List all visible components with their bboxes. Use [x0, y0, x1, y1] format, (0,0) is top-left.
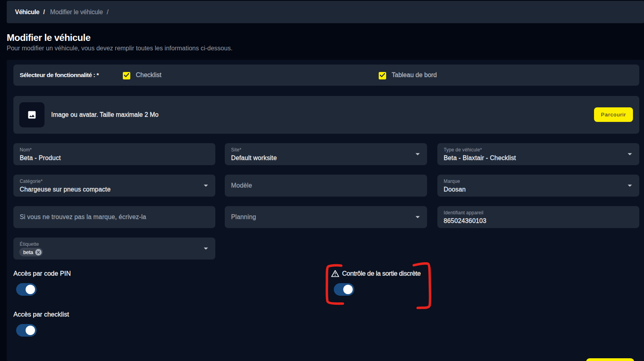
toggle-checklist[interactable] — [16, 324, 37, 337]
chevron-down-icon[interactable] — [204, 247, 208, 250]
field-nom-label: Nom* — [20, 147, 209, 153]
field-identifiant-appareil-label: Identifiant appareil — [444, 210, 633, 215]
field-categorie[interactable]: Catégorie* Chargeuse sur pneus compacte — [13, 175, 215, 197]
breadcrumb-separator: / — [107, 9, 108, 16]
checkbox-tableau-de-bord-label[interactable]: Tableau de bord — [392, 64, 437, 86]
remove-tag-icon[interactable] — [35, 249, 42, 256]
field-marque-value: Doosan — [444, 186, 633, 193]
chevron-down-icon[interactable] — [627, 184, 632, 187]
field-planning-placeholder: Planning — [231, 206, 421, 228]
field-marque-libre-placeholder: Si vous ne trouvez pas la marque, écrive… — [20, 206, 209, 228]
breadcrumb-item-vehicule[interactable]: Véhicule — [15, 9, 39, 16]
field-nom-value: Beta - Product — [20, 154, 209, 162]
toggle-checklist-label: Accès par checklist — [13, 311, 69, 318]
browse-button[interactable]: Parcourir — [594, 107, 633, 122]
feature-selector-label: Sélecteur de fonctionnalité : * — [20, 64, 99, 86]
field-categorie-label: Catégorie* — [20, 179, 209, 184]
field-type-vehicule-label: Type de véhicule* — [444, 147, 633, 153]
feature-selector-card: Sélecteur de fonctionnalité : * Checklis… — [13, 64, 639, 86]
chevron-down-icon[interactable] — [627, 153, 632, 155]
image-upload-card: Image ou avatar. Taille maximale 2 Mo Pa… — [13, 96, 639, 134]
upload-hint: Image ou avatar. Taille maximale 2 Mo — [51, 96, 159, 134]
check-icon — [380, 73, 385, 77]
breadcrumb-item-modifier[interactable]: Modifier le véhicule — [50, 9, 103, 16]
field-planning[interactable]: Planning — [225, 206, 427, 228]
check-icon — [124, 73, 129, 77]
tag-chip-label: beta — [23, 249, 33, 255]
field-etiquette-label: Étiquette — [20, 241, 209, 247]
field-site-value: Default worksite — [231, 154, 421, 162]
image-icon — [28, 111, 36, 119]
chevron-down-icon[interactable] — [415, 153, 420, 155]
toggle-pin-label: Accès par code PIN — [13, 270, 71, 277]
field-type-vehicule[interactable]: Type de véhicule* Beta - Blaxtair - Chec… — [437, 143, 639, 165]
field-identifiant-appareil-value: 865024360103 — [444, 217, 633, 225]
field-modele-placeholder: Modèle — [231, 175, 421, 197]
field-site-label: Site* — [231, 147, 421, 153]
field-type-vehicule-value: Beta - Blaxtair - Checklist — [444, 154, 633, 162]
field-categorie-value: Chargeuse sur pneus compacte — [20, 186, 209, 193]
field-marque-libre[interactable]: Si vous ne trouvez pas la marque, écrive… — [13, 206, 215, 228]
field-marque-label: Marque — [444, 179, 633, 184]
checkbox-checklist-label[interactable]: Checklist — [136, 64, 161, 86]
toggle-thumb — [26, 285, 35, 294]
checkbox-tableau-de-bord[interactable] — [379, 72, 386, 79]
save-button[interactable] — [586, 358, 634, 361]
red-bracket-annotation — [321, 256, 439, 315]
image-placeholder — [19, 102, 44, 127]
field-identifiant-appareil[interactable]: Identifiant appareil 865024360103 — [437, 206, 639, 228]
field-site[interactable]: Site* Default worksite — [225, 143, 427, 165]
toggle-thumb — [26, 326, 35, 335]
field-modele[interactable]: Modèle — [225, 175, 427, 197]
breadcrumb: Véhicule / Modifier le véhicule / — [7, 1, 644, 23]
field-nom[interactable]: Nom* Beta - Product — [13, 143, 215, 165]
breadcrumb-separator: / — [43, 9, 45, 16]
checkbox-checklist[interactable] — [123, 72, 130, 79]
page-title: Modifier le véhicule — [7, 32, 91, 43]
page-subtitle: Pour modifier un véhicule, vous devez re… — [7, 45, 233, 52]
toggle-pin[interactable] — [16, 283, 37, 296]
chevron-down-icon[interactable] — [204, 184, 208, 187]
chevron-down-icon[interactable] — [415, 216, 420, 218]
field-etiquette[interactable]: Étiquette beta — [13, 238, 215, 260]
field-marque[interactable]: Marque Doosan — [437, 175, 639, 197]
tag-chip-beta[interactable]: beta — [19, 248, 43, 256]
